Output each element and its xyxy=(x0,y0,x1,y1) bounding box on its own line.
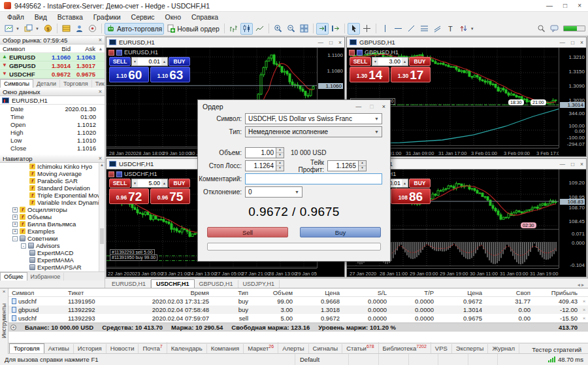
tree-expand-icon[interactable]: - xyxy=(21,243,26,249)
terminal-tab-0[interactable]: Торговля xyxy=(9,343,44,353)
volume-input[interactable]: 1.00 xyxy=(245,147,276,158)
trade-row-11392293[interactable]: usdchf113922932020.02.04 07:59:07sell5.0… xyxy=(8,314,588,322)
ocp-buy-price[interactable]: 10886 xyxy=(391,188,431,204)
spin-up-icon[interactable]: ▲ xyxy=(161,179,167,187)
menu-item-0[interactable]: Файл xyxy=(2,13,29,21)
chart-plot-area[interactable]: GBPUSD,H1 SELL ▼3.00▲ BUY 1.3014 1.30171… xyxy=(347,48,559,107)
navigator-item[interactable]: f Triple Exponential Movin xyxy=(0,192,105,199)
ocp-buy-price[interactable]: 0.9675 xyxy=(150,188,190,204)
spin-down-icon[interactable]: ▼ xyxy=(372,58,378,65)
col-symbol[interactable]: Символ xyxy=(0,45,42,52)
cursor-button[interactable] xyxy=(348,23,360,35)
close-order-icon[interactable]: × xyxy=(581,315,587,321)
chart-tab-USDJPY,H1[interactable]: USDJPY,H1 xyxy=(238,280,280,288)
new-chart-button[interactable]: ▼ xyxy=(3,23,22,35)
ocp-sell-button[interactable]: SELL xyxy=(350,57,371,66)
channel-button[interactable] xyxy=(431,23,444,35)
navigator-item[interactable]: ExpertMAMA xyxy=(0,256,105,264)
col-5[interactable]: Цена xyxy=(296,289,343,296)
spin-down-icon[interactable]: ▼ xyxy=(132,58,138,65)
buy-button[interactable]: Buy xyxy=(300,227,381,237)
market-watch-row-GBPUSD[interactable]: ▼GBPUSD 1.3014 1.3017 xyxy=(0,61,105,70)
line-chart-button[interactable] xyxy=(253,23,266,35)
close-order-icon[interactable]: × xyxy=(581,298,587,304)
ocp-sell-price[interactable]: 1.3014 xyxy=(350,67,389,82)
chart-tab-GBPUSD,H1[interactable]: GBPUSD,H1 xyxy=(195,280,238,288)
chat-button[interactable] xyxy=(548,23,561,35)
take-profit-input[interactable]: 1.1265 xyxy=(327,160,359,171)
col-10[interactable]: Прибыль xyxy=(534,289,581,296)
trade-row-11392292[interactable]: gbpusd113922922020.02.04 07:58:48buy3.00… xyxy=(8,305,588,314)
text-button[interactable]: T xyxy=(444,23,457,35)
hline-button[interactable] xyxy=(392,23,404,35)
navigator-item[interactable]: ExpertMACD xyxy=(0,249,105,256)
close-button[interactable]: × xyxy=(580,161,583,167)
navigator-scrollbar[interactable]: ▲ xyxy=(99,163,105,271)
chart-tab-EURUSD,H1[interactable]: EURUSD,H1 xyxy=(107,280,151,288)
ocp-buy-price[interactable]: 1.3017 xyxy=(391,67,431,82)
col-8[interactable]: Цена xyxy=(437,289,485,296)
fibo-button[interactable] xyxy=(418,23,431,35)
market-watch-close-icon[interactable]: × xyxy=(99,37,102,43)
ocp-buy-button[interactable]: BUY xyxy=(409,57,431,66)
col-1[interactable]: Тикет xyxy=(65,289,127,296)
terminal-tab-14[interactable]: Журнал xyxy=(488,344,519,353)
col-0[interactable]: Символ xyxy=(8,289,65,296)
chart-tab-USDCHF,H1[interactable]: USDCHF,H1 xyxy=(151,279,195,288)
candle-chart-button[interactable] xyxy=(240,23,253,35)
navigator-item[interactable]: f Variable Index Dynamic A xyxy=(0,199,105,206)
ocp-volume-stepper[interactable]: ▼3.00▲ xyxy=(372,57,408,66)
minimize-button[interactable]: — xyxy=(559,161,565,167)
col-6[interactable]: S/L xyxy=(343,289,390,296)
terminal-tab-9[interactable]: Сигналы xyxy=(309,344,343,353)
minimize-button[interactable]: — xyxy=(559,39,565,46)
terminal-tab-4[interactable]: Почта7 xyxy=(139,342,167,353)
terminal-tab-8[interactable]: Алерты xyxy=(278,344,308,353)
window-maximize-button[interactable]: □ xyxy=(563,2,567,9)
navigator-item[interactable]: ExpertMAPSARSizeOptim xyxy=(0,271,105,271)
bar-chart-button[interactable] xyxy=(227,23,240,35)
vline-button[interactable] xyxy=(379,23,391,35)
col-7[interactable]: T/P xyxy=(390,289,437,296)
terminal-tab-10[interactable]: Статьи678 xyxy=(342,342,378,353)
ocp-sell-button[interactable]: SELL xyxy=(109,179,131,188)
terminal-tab-3[interactable]: Новости xyxy=(106,344,139,353)
ocp-buy-button[interactable]: BUY xyxy=(169,57,190,66)
terminal-button[interactable] xyxy=(86,23,99,35)
tree-expand-icon[interactable]: + xyxy=(12,222,18,227)
dialog-close-button[interactable]: × xyxy=(382,103,385,110)
menu-item-1[interactable]: Вид xyxy=(29,13,52,21)
navigator-close-icon[interactable]: × xyxy=(99,155,102,162)
navigator-item[interactable]: + f Билла Вильямса xyxy=(0,220,105,228)
market-watch-tab-1[interactable]: Детали xyxy=(33,80,60,88)
spin-down-icon[interactable]: ▼ xyxy=(132,179,138,187)
navigator-item[interactable]: - Советники xyxy=(0,235,105,242)
navigator-item[interactable]: - Advisors xyxy=(0,242,105,249)
market-watch-tab-2[interactable]: Торговля xyxy=(60,80,92,88)
market-watch-tab-3[interactable]: Тики xyxy=(92,80,105,88)
data-window-button[interactable] xyxy=(60,23,73,35)
spin-down-icon[interactable]: ▼ xyxy=(359,166,366,171)
ocp-sell-price[interactable]: 0.9672 xyxy=(109,188,149,204)
col-3[interactable]: Тип xyxy=(212,289,252,296)
menu-item-2[interactable]: Вставка xyxy=(52,13,88,21)
ocp-volume-stepper[interactable]: ▼0.01▲ xyxy=(131,57,168,66)
ocp-buy-button[interactable]: BUY xyxy=(169,179,190,188)
menu-item-6[interactable]: Справка xyxy=(186,13,223,21)
menu-item-5[interactable]: Окно xyxy=(160,13,186,21)
auto-trading-button[interactable]: Авто-торговля xyxy=(105,23,164,35)
minimize-button[interactable]: — xyxy=(318,39,323,46)
spin-up-icon[interactable]: ▲ xyxy=(402,58,408,65)
tree-expand-icon[interactable]: + xyxy=(12,215,18,220)
close-button[interactable]: × xyxy=(580,39,583,46)
menu-item-3[interactable]: Графики xyxy=(88,13,126,21)
ocp-buy-button[interactable]: BUY xyxy=(409,179,431,188)
type-select[interactable]: Немедленное исполнение ▼ xyxy=(245,126,382,137)
chart-titlebar[interactable]: EURUSD,H1 —□× xyxy=(106,37,344,48)
market-watch-row-USDCHF[interactable]: ▼USDCHF 0.9672 0.9675 xyxy=(0,70,105,78)
ocp-sell-price[interactable]: 1.1060 xyxy=(109,67,149,82)
close-order-icon[interactable]: × xyxy=(581,307,587,313)
navigator-item[interactable]: + f Осцилляторы xyxy=(0,206,105,213)
arrows-button[interactable]: ▼ xyxy=(457,23,476,35)
zoom-in-button[interactable] xyxy=(272,23,284,35)
